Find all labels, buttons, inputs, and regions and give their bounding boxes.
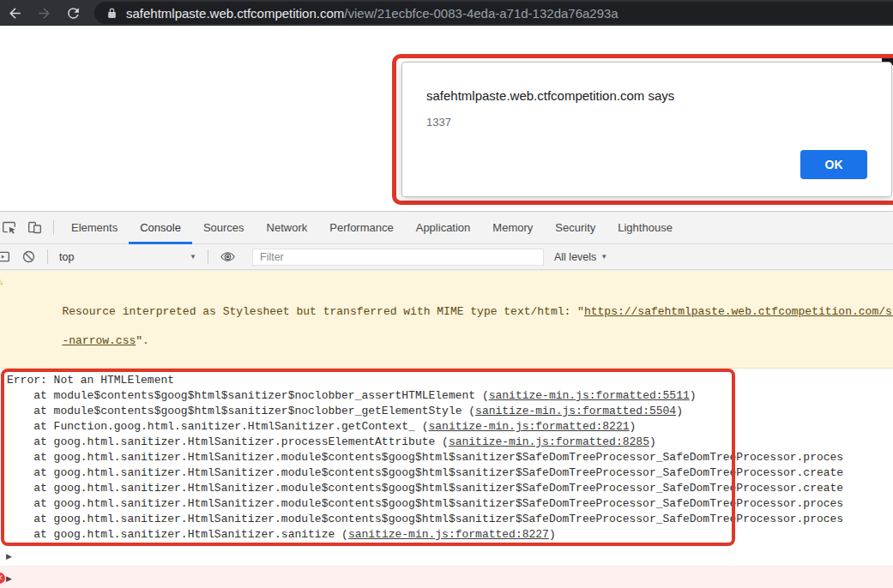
browser-window: safehtmlpaste.web.ctfcompetition.com/vie… (0, 0, 893, 588)
alert-title: safehtmlpaste.web.ctfcompetition.com say… (426, 88, 674, 103)
warning-icon: ⚠ (0, 274, 3, 289)
tab-sources[interactable]: Sources (192, 212, 256, 244)
error-line: at goog.html.sanitizer.HtmlSanitizer.san… (0, 527, 893, 543)
chevron-down-icon: ▼ (600, 253, 607, 261)
console-xhr-message: ▶ XHR finished loading: GET "https://saf… (0, 546, 893, 567)
page-content: safehtmlpaste.web.ctfcompetition.com say… (0, 26, 893, 211)
alert-message: 1337 (426, 116, 451, 129)
divider (47, 249, 48, 264)
ok-button[interactable]: OK (800, 150, 867, 179)
console-sidebar-icon[interactable] (0, 244, 15, 270)
tab-performance[interactable]: Performance (318, 212, 404, 244)
error-line: at module$contents$goog$html$sanitizer$n… (0, 404, 893, 419)
chevron-down-icon: ▼ (190, 253, 196, 261)
context-selector[interactable]: top ▼ (54, 248, 202, 267)
browser-toolbar: safehtmlpaste.web.ctfcompetition.com/vie… (0, 0, 893, 26)
error-line: Error: Not an HTMLElement (0, 373, 893, 388)
annotation-box-dialog: safehtmlpaste.web.ctfcompetition.com say… (392, 54, 893, 205)
filter-input[interactable] (252, 249, 544, 266)
context-selector-value: top (59, 251, 190, 263)
warning-link-wrap[interactable]: -narrow.css (62, 334, 136, 347)
error-line: at goog.html.sanitizer.HtmlSanitizer.pro… (0, 435, 893, 450)
console-warning-message: ⚠ Resource interpreted as Stylesheet but… (0, 270, 893, 369)
warning-suffix: ". (136, 334, 149, 347)
url-bar[interactable]: safehtmlpaste.web.ctfcompetition.com/vie… (94, 2, 893, 24)
source-link[interactable]: sanitize-min.js:formatted:5504 (475, 405, 676, 417)
url-path: /view/21ecbfce-0083-4eda-a71d-132da76a29… (344, 6, 618, 21)
tab-lighthouse[interactable]: Lighthouse (606, 212, 684, 244)
divider (208, 249, 208, 264)
source-link[interactable]: sanitize-min.js:formatted:8285 (449, 435, 649, 448)
expand-triangle-icon[interactable]: ▶ (6, 567, 12, 588)
console-output: ⚠ Resource interpreted as Stylesheet but… (0, 270, 893, 588)
tab-elements[interactable]: Elements (60, 212, 129, 244)
error-icon: ✕ (0, 573, 5, 584)
tab-application[interactable]: Application (405, 212, 482, 244)
log-level-selector[interactable]: All levels ▼ (554, 251, 607, 263)
forward-icon[interactable] (29, 0, 58, 26)
error-line: at goog.html.sanitizer.HtmlSanitizer.mod… (0, 512, 893, 527)
expand-triangle-icon[interactable]: ▶ (6, 546, 12, 567)
url-host: safehtmlpaste.web.ctfcompetition.com (126, 6, 344, 21)
reload-icon[interactable] (58, 0, 87, 26)
error-line: at Function.goog.html.sanitizer.HtmlSani… (0, 419, 893, 435)
source-link[interactable]: sanitize-min.js:formatted:5511 (489, 389, 690, 402)
console-toolbar: top ▼ All levels ▼ (0, 244, 893, 270)
tab-memory[interactable]: Memory (481, 212, 544, 244)
log-level-value: All levels (554, 251, 596, 263)
inspect-element-icon[interactable] (0, 212, 21, 244)
source-link[interactable]: sanitize-min.js:formatted:8221 (428, 420, 629, 433)
live-expression-eye-icon[interactable] (214, 244, 240, 270)
clear-console-icon[interactable] (15, 244, 41, 270)
devtools-panel: Elements Console Sources Network Perform… (0, 211, 893, 588)
error-line: at goog.html.sanitizer.HtmlSanitizer.mod… (0, 450, 893, 465)
tab-console[interactable]: Console (129, 212, 192, 244)
tab-network[interactable]: Network (256, 212, 319, 244)
warning-text: Resource interpreted as Stylesheet but t… (62, 305, 584, 318)
divider (53, 220, 54, 235)
error-line: at goog.html.sanitizer.HtmlSanitizer.mod… (0, 496, 893, 512)
lock-icon (106, 8, 118, 19)
error-line: at goog.html.sanitizer.HtmlSanitizer.mod… (0, 465, 893, 481)
source-link[interactable]: sanitize-min.js:formatted:8227 (348, 528, 549, 541)
error-line: at module$contents$goog$html$sanitizer$n… (0, 388, 893, 404)
alert-dialog: safehtmlpaste.web.ctfcompetition.com say… (401, 62, 892, 197)
console-network-error: ✕ ▶ GET https://safehtmlpaste.web.ctfcom… (0, 567, 893, 588)
tab-security[interactable]: Security (544, 212, 606, 244)
error-line: at goog.html.sanitizer.HtmlSanitizer.mod… (0, 481, 893, 496)
back-icon[interactable] (0, 0, 29, 26)
device-toolbar-icon[interactable] (21, 212, 47, 244)
warning-link[interactable]: https://safehtmlpaste.web.ctfcompetition… (584, 305, 893, 318)
console-error-stacktrace: Error: Not an HTMLElement at module$cont… (0, 369, 893, 546)
devtools-tabbar: Elements Console Sources Network Perform… (0, 212, 893, 244)
